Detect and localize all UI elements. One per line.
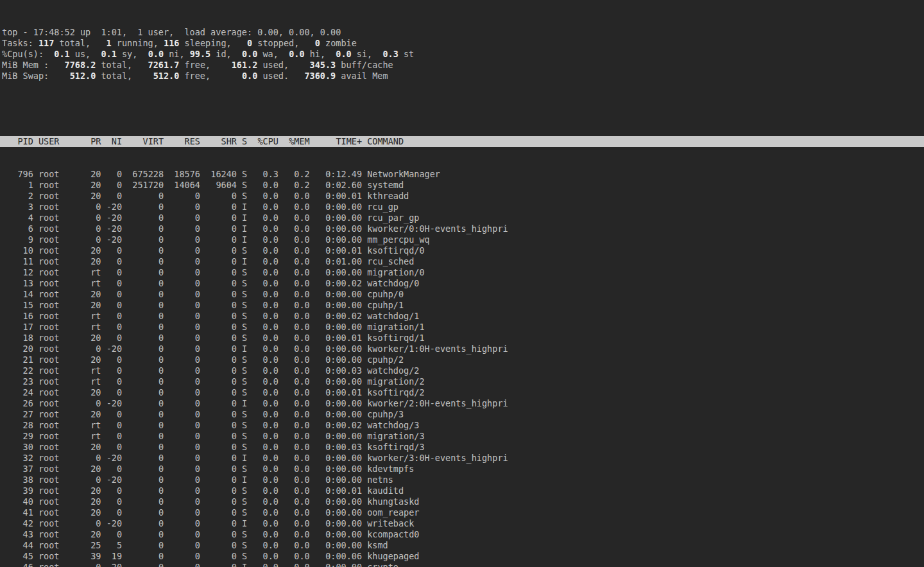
cell-mem: 0.0 — [284, 202, 310, 212]
cell-shr: 0 — [205, 289, 237, 299]
cell-pr: 0 — [85, 223, 101, 234]
cell-s: S — [242, 267, 247, 277]
swap-line-text: MiB Swap: — [2, 71, 70, 81]
cell-user: root — [38, 376, 80, 387]
cell-pid: 32 — [2, 453, 33, 463]
tasks-line-value: 0 — [247, 38, 252, 48]
cell-pid: 21 — [2, 354, 33, 365]
process-row: 40 root 20 0 0 0 0 S 0.0 0.0 0:00.00 khu… — [0, 496, 924, 507]
mem-line-value: 7768.2 — [65, 60, 96, 70]
cell-cpu: 0.0 — [252, 453, 278, 463]
cell-cpu: 0.0 — [252, 223, 278, 234]
cell-pr: 20 — [85, 409, 101, 419]
cell-shr: 0 — [205, 344, 237, 354]
cell-time: 0:00.00 — [315, 213, 362, 223]
cell-time: 0:00.00 — [315, 398, 362, 408]
cell-s: S — [242, 311, 247, 321]
cell-pr: 20 — [85, 442, 101, 452]
process-row: 13 root rt 0 0 0 0 S 0.0 0.0 0:00.02 wat… — [0, 278, 924, 289]
cell-ni: 0 — [107, 267, 122, 277]
cell-virt: 0 — [127, 191, 164, 201]
cell-pid: 27 — [2, 409, 33, 419]
cell-cpu: 0.0 — [252, 398, 278, 408]
cpu-line-text: id, — [210, 49, 242, 59]
cpu-line-text: wa, — [257, 49, 289, 59]
cell-cpu: 0.0 — [252, 333, 278, 343]
cell-mem: 0.0 — [284, 475, 310, 485]
swap-line-value: 512.0 — [153, 71, 180, 81]
process-row: 6 root 0 -20 0 0 0 I 0.0 0.0 0:00.00 kwo… — [0, 223, 924, 234]
cell-ni: 0 — [107, 354, 122, 365]
process-row: 30 root 20 0 0 0 0 S 0.0 0.0 0:00.03 kso… — [0, 442, 924, 453]
cell-time: 0:02.60 — [315, 180, 362, 190]
process-row: 28 root rt 0 0 0 0 S 0.0 0.0 0:00.02 wat… — [0, 420, 924, 431]
cell-ni: -20 — [107, 202, 122, 212]
cell-s: S — [242, 387, 247, 397]
cell-s: I — [242, 202, 247, 212]
cell-time: 0:00.01 — [315, 245, 362, 256]
cell-command: ksoftirqd/3 — [367, 442, 424, 452]
cell-cpu: 0.0 — [252, 344, 278, 354]
cell-cpu: 0.0 — [252, 507, 278, 518]
process-row: 18 root 20 0 0 0 0 S 0.0 0.0 0:00.01 kso… — [0, 333, 924, 344]
cell-cpu: 0.0 — [252, 202, 278, 212]
cell-cpu: 0.0 — [252, 464, 278, 474]
cell-mem: 0.0 — [284, 409, 310, 419]
cell-user: root — [38, 267, 80, 277]
process-row: 21 root 20 0 0 0 0 S 0.0 0.0 0:00.00 cpu… — [0, 354, 924, 365]
cell-user: root — [38, 496, 80, 507]
cell-ni: 0 — [107, 431, 122, 441]
cell-shr: 0 — [205, 322, 237, 332]
cell-shr: 0 — [205, 464, 237, 474]
cell-shr: 0 — [205, 376, 237, 387]
swap-line-text: used. — [257, 71, 304, 81]
cell-time: 0:00.01 — [315, 485, 362, 496]
cell-command: ksoftirqd/0 — [367, 245, 424, 256]
cell-pr: 20 — [85, 496, 101, 507]
terminal-screen[interactable]: top - 17:48:52 up 1:01, 1 user, load ave… — [0, 0, 924, 567]
cell-ni: -20 — [107, 234, 122, 245]
cell-user: root — [38, 507, 80, 518]
cell-mem: 0.0 — [284, 234, 310, 245]
cell-s: S — [242, 507, 247, 518]
cell-cpu: 0.0 — [252, 475, 278, 485]
cell-s: S — [242, 300, 247, 310]
cell-ni: -20 — [107, 475, 122, 485]
cell-res: 0 — [169, 245, 200, 256]
cell-virt: 0 — [127, 398, 164, 408]
cell-pid: 43 — [2, 529, 33, 539]
cell-s: I — [242, 475, 247, 485]
cell-user: root — [38, 202, 80, 212]
cell-ni: 0 — [107, 485, 122, 496]
cell-shr: 0 — [205, 518, 237, 528]
cell-command: kworker/1:0H-events_highpri — [367, 344, 508, 354]
cell-mem: 0.0 — [284, 223, 310, 234]
col-header-cpu: %CPU — [252, 136, 278, 146]
cell-mem: 0.0 — [284, 333, 310, 343]
cell-res: 0 — [169, 442, 200, 452]
cell-time: 0:00.00 — [315, 409, 362, 419]
cell-cpu: 0.0 — [252, 234, 278, 245]
cell-command: migration/0 — [367, 267, 424, 277]
swap-line: MiB Swap: 512.0 total, 512.0 free, 0.0 u… — [0, 71, 924, 82]
cell-pid: 796 — [2, 169, 33, 179]
cell-shr: 0 — [205, 485, 237, 496]
cell-time: 0:00.00 — [315, 344, 362, 354]
cell-shr: 0 — [205, 223, 237, 234]
cell-pr: 20 — [85, 529, 101, 539]
cell-ni: 0 — [107, 322, 122, 332]
cell-user: root — [38, 289, 80, 299]
cell-s: I — [242, 562, 247, 567]
cell-res: 0 — [169, 398, 200, 408]
cell-ni: 0 — [107, 409, 122, 419]
cell-mem: 0.0 — [284, 442, 310, 452]
cell-res: 0 — [169, 365, 200, 376]
cell-pr: 0 — [85, 562, 101, 567]
cell-virt: 251720 — [127, 180, 164, 190]
cell-command: rcu_gp — [367, 202, 398, 212]
cell-virt: 0 — [127, 311, 164, 321]
cell-pr: 20 — [85, 289, 101, 299]
cell-virt: 0 — [127, 354, 164, 365]
cell-ni: 0 — [107, 289, 122, 299]
cell-user: root — [38, 223, 80, 234]
